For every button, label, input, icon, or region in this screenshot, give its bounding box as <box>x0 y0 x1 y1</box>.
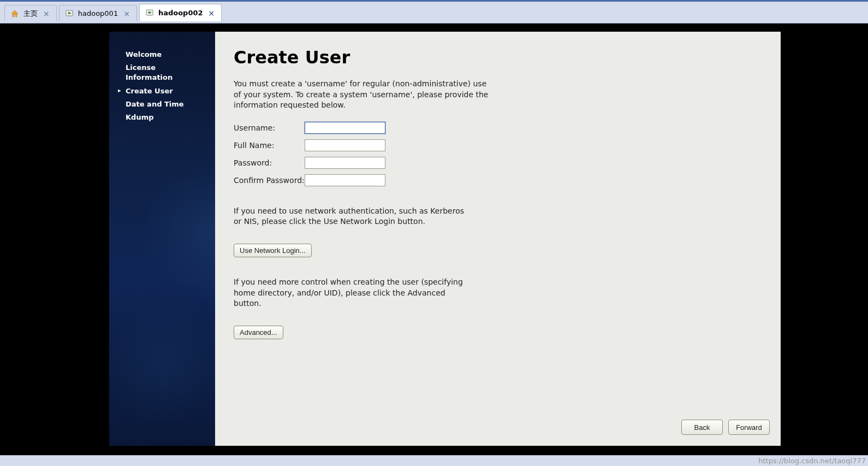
back-button[interactable]: Back <box>681 420 723 435</box>
watermark: https://blog.csdn.net/taoqi777 <box>758 457 866 465</box>
main-panel: Create User You must create a 'username'… <box>215 32 781 446</box>
vm-icon <box>65 9 74 18</box>
nav-buttons: Back Forward <box>681 420 770 435</box>
page-title: Create User <box>234 47 762 68</box>
fullname-label: Full Name: <box>234 141 305 150</box>
tab-label: 主页 <box>23 9 38 19</box>
tab-home[interactable]: 主页 × <box>4 5 57 21</box>
form-row-fullname: Full Name: <box>234 139 762 151</box>
vm-screen: Welcome License Information Create User … <box>109 32 781 446</box>
advanced-button[interactable]: Advanced... <box>234 326 283 339</box>
vm-container: Welcome License Information Create User … <box>0 23 868 455</box>
vm-icon <box>145 9 154 17</box>
tab-hadoop001[interactable]: hadoop001 × <box>59 5 137 21</box>
sidebar-item-create-user[interactable]: Create User <box>126 85 215 98</box>
username-label: Username: <box>234 123 305 132</box>
sidebar-item-license[interactable]: License Information <box>126 61 186 84</box>
form-row-password: Password: <box>234 157 762 169</box>
close-icon[interactable]: × <box>122 9 131 18</box>
sidebar-item-label: Welcome <box>126 50 162 58</box>
confirm-password-input[interactable] <box>305 174 385 186</box>
intro-text: You must create a 'username' for regular… <box>234 79 496 111</box>
sidebar-item-label: License Information <box>126 63 173 81</box>
sidebar-item-label: Date and Time <box>126 100 184 108</box>
use-network-login-button[interactable]: Use Network Login... <box>234 244 312 257</box>
sidebar-item-welcome[interactable]: Welcome <box>126 48 215 61</box>
sidebar: Welcome License Information Create User … <box>109 32 215 446</box>
sidebar-item-label: Create User <box>126 87 173 95</box>
username-input[interactable] <box>305 122 385 134</box>
advanced-info-text: If you need more control when creating t… <box>234 277 474 309</box>
network-info-text: If you need to use network authenticatio… <box>234 206 474 227</box>
tab-label: hadoop001 <box>78 9 118 17</box>
sidebar-item-kdump[interactable]: Kdump <box>126 111 215 124</box>
close-icon[interactable]: × <box>207 9 216 17</box>
form-row-confirm: Confirm Password: <box>234 174 762 186</box>
home-icon <box>10 9 19 18</box>
password-label: Password: <box>234 158 305 167</box>
password-input[interactable] <box>305 157 385 169</box>
form-row-username: Username: <box>234 122 762 134</box>
tab-hadoop002[interactable]: hadoop002 × <box>139 4 222 21</box>
tab-label: hadoop002 <box>158 9 203 17</box>
sidebar-item-label: Kdump <box>126 113 154 121</box>
forward-button[interactable]: Forward <box>728 420 770 435</box>
status-bar <box>0 455 868 466</box>
tab-bar: 主页 × hadoop001 × hadoop002 × <box>0 0 868 23</box>
fullname-input[interactable] <box>305 139 385 151</box>
confirm-label: Confirm Password: <box>234 176 305 185</box>
sidebar-item-date-time[interactable]: Date and Time <box>126 98 215 111</box>
close-icon[interactable]: × <box>42 9 51 18</box>
